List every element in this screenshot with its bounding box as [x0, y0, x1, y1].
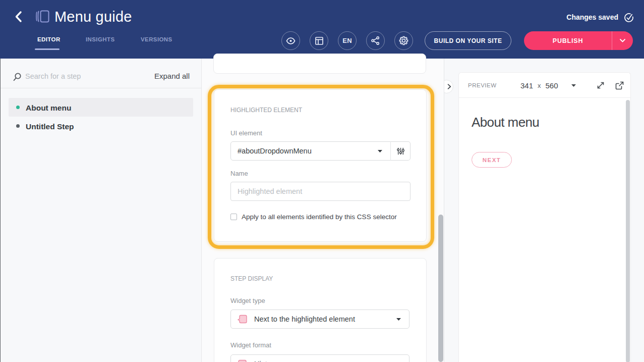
expand-icon: [597, 81, 605, 89]
ui-element-label: UI element: [230, 129, 262, 137]
step-item-about-menu[interactable]: About menu: [9, 98, 193, 117]
widget-format-value: Hint: [254, 360, 267, 362]
publish-dropdown-button[interactable]: [612, 31, 633, 50]
preview-panel: PREVIEW 341 x 560 About menu NEXT: [444, 59, 644, 362]
preview-title: PREVIEW: [468, 82, 497, 88]
step-status-dot: [16, 124, 20, 128]
highlighted-element-card: HIGHLIGHTED ELEMENT UI element #aboutDro…: [214, 89, 427, 242]
preview-height-value: 560: [546, 81, 558, 90]
publish-split-button: PUBLISH: [524, 31, 633, 50]
preview-open-external-button[interactable]: [613, 79, 625, 91]
preview-next-button[interactable]: NEXT: [472, 152, 512, 168]
preview-fullscreen-button[interactable]: [595, 79, 607, 91]
gear-icon: [399, 36, 408, 45]
step-item-untitled-step[interactable]: Untitled Step: [9, 117, 193, 135]
caret-down-icon: [571, 84, 576, 87]
collapse-preview-button[interactable]: [444, 79, 454, 94]
widget-format-select[interactable]: Hint: [230, 354, 409, 362]
preview-card: PREVIEW 341 x 560 About menu NEXT: [458, 72, 631, 362]
back-chevron-icon: [12, 10, 26, 24]
external-link-icon: [615, 81, 624, 90]
widget-next-to-element-icon: [238, 315, 247, 324]
build-on-your-site-button[interactable]: BUILD ON YOUR SITE: [425, 31, 511, 50]
tab-insights[interactable]: INSIGHTS: [86, 36, 115, 42]
apply-to-all-label: Apply to all elements identified by this…: [242, 213, 397, 221]
layout-icon: [315, 37, 323, 45]
section-title: STEP DISPLAY: [230, 275, 273, 282]
language-button[interactable]: EN: [338, 31, 357, 50]
top-bar: Menu guide EDITOR INSIGHTS VERSIONS EN B…: [0, 0, 644, 59]
settings-button[interactable]: [394, 31, 413, 50]
steps-sidebar: Expand all About menu Untitled Step: [0, 59, 202, 362]
preview-size-select[interactable]: 341 x 560: [520, 79, 576, 91]
card-partial-top: [213, 54, 426, 74]
chevron-right-icon: [447, 84, 451, 89]
widget-type-label: Widget type: [230, 297, 265, 304]
caret-down-icon: [378, 150, 382, 152]
preview-step-heading: About menu: [472, 115, 539, 130]
tab-versions[interactable]: VERSIONS: [141, 36, 172, 42]
widget-format-icon: [238, 359, 247, 362]
preview-body: About menu NEXT: [459, 98, 630, 362]
ui-element-select[interactable]: #aboutDropdownMenu: [230, 141, 391, 161]
share-icon: [371, 36, 380, 45]
widget-format-label: Widget format: [230, 341, 271, 349]
layout-button[interactable]: [310, 31, 328, 50]
language-label: EN: [342, 37, 352, 44]
step-status-dot: [16, 106, 20, 109]
preview-header: PREVIEW 341 x 560: [459, 73, 630, 98]
step-label: Untitled Step: [26, 121, 74, 131]
check-circle-icon: [624, 13, 634, 25]
apply-to-all-row: Apply to all elements identified by this…: [230, 213, 397, 221]
section-title: HIGHLIGHTED ELEMENT: [230, 107, 302, 114]
search-input[interactable]: [25, 69, 141, 84]
editor-scrollbar-thumb[interactable]: [438, 215, 443, 362]
step-label: About menu: [26, 102, 71, 113]
widget-type-value: Next to the highlighted element: [254, 315, 355, 323]
sliders-icon: [397, 147, 404, 155]
back-button[interactable]: [12, 10, 26, 24]
selector-settings-button[interactable]: [390, 141, 411, 161]
expand-all-button[interactable]: Expand all: [154, 72, 190, 80]
caret-down-icon: [396, 318, 401, 321]
highlighted-element-name-input[interactable]: [230, 182, 411, 201]
preview-eye-button[interactable]: [281, 31, 300, 50]
publish-button[interactable]: PUBLISH: [524, 31, 612, 50]
window-left-edge: [0, 59, 1, 362]
step-search-row: Expand all: [0, 59, 201, 88]
preview-size-x: x: [538, 82, 541, 89]
preview-width-value: 341: [520, 81, 533, 90]
widget-type-select[interactable]: Next to the highlighted element: [230, 309, 409, 329]
share-button[interactable]: [366, 31, 385, 50]
search-icon: [13, 73, 21, 83]
chevron-down-icon: [620, 39, 625, 42]
step-list: About menu Untitled Step: [9, 98, 193, 135]
tab-editor[interactable]: EDITOR: [37, 36, 61, 42]
preview-scrollbar-thumb[interactable]: [626, 100, 630, 362]
changes-saved-status: Changes saved: [566, 13, 618, 21]
eye-icon: [286, 37, 296, 44]
page-title: Menu guide: [54, 9, 132, 25]
active-tab-underline: [35, 48, 60, 50]
name-label: Name: [230, 170, 248, 177]
step-display-card: STEP DISPLAY Widget type Next to the hig…: [214, 258, 427, 362]
apply-to-all-checkbox[interactable]: [230, 214, 237, 220]
ui-element-value: #aboutDropdownMenu: [238, 147, 312, 155]
editor-scroll-area: HIGHLIGHTED ELEMENT UI element #aboutDro…: [202, 59, 444, 362]
tour-logo-icon: [36, 10, 49, 25]
